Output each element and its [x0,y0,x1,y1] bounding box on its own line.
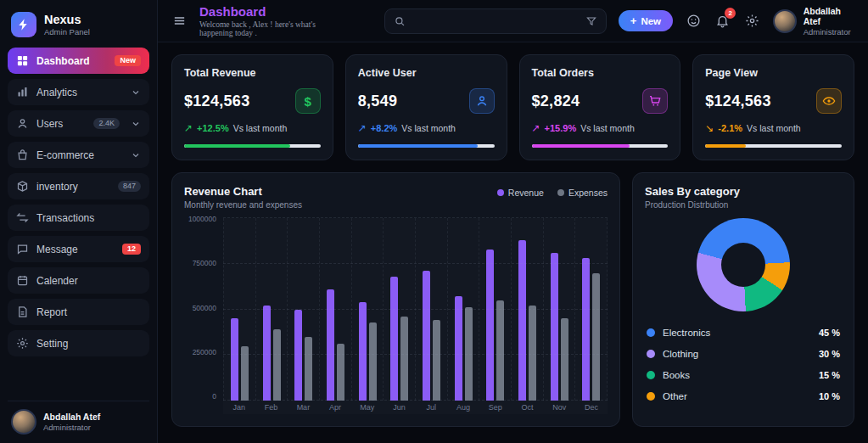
bar-expenses [496,300,504,401]
x-axis-label: Apr [319,403,351,412]
category-label: Electronics [663,328,710,338]
category-row-electronics: Electronics45 % [645,322,842,343]
bar-group-feb [255,218,288,401]
stat-card: Total Orders$2,824↗+15.9%Vs last month [519,54,681,160]
sidebar-item-inventory[interactable]: inventory847 [8,173,149,199]
bar-expenses [305,337,312,401]
stat-card: Active User8,549↗+8.2%Vs last month [345,54,507,160]
category-value: 15 % [819,370,840,380]
progress-fill [532,144,630,148]
sidebar-item-label: Setting [36,338,141,350]
stat-delta-row: ↗+15.9%Vs last month [532,123,669,133]
x-axis-label: Aug [447,403,479,412]
donut-wrap [645,218,842,311]
eye-icon [816,88,842,114]
sidebar-item-label: Report [36,306,141,318]
sidebar-item-report[interactable]: Report [8,299,149,325]
sidebar-item-label: E-commerce [36,149,120,161]
legend-label: Revenue [508,188,544,198]
stat-delta: +15.9% [545,123,577,133]
category-value: 30 % [819,349,840,359]
bar-group-dec [574,218,608,401]
bar-group-may [351,218,384,401]
bar-group-jul [415,218,447,401]
user-name: Abdallah Atef [43,412,100,422]
stat-note: Vs last month [233,123,288,133]
legend-item-expenses: Expenses [557,188,608,198]
search-input[interactable] [412,15,578,27]
stat-value: 8,549 [358,93,398,110]
app-root: Nexus Admin Panel DashboardNewAnalyticsU… [0,0,868,443]
filter-icon[interactable] [585,15,597,27]
donut-chart [697,218,790,311]
analytics-icon [16,86,29,98]
sidebar-item-analytics[interactable]: Analytics [8,79,149,105]
stat-delta: -2.1% [718,123,742,133]
sidebar-item-calender[interactable]: Calender [8,267,149,294]
bell-icon[interactable]: 2 [714,12,732,31]
sidebar-item-users[interactable]: Users2.4K [8,110,149,137]
trend-up-icon: ↗ [358,123,367,133]
sidebar-item-label: Calender [36,275,141,287]
gridline [223,309,608,310]
title-block: Dashboard Welcome back , Alex ! here's w… [199,4,350,37]
x-axis-label: Jan [223,403,255,412]
category-dot [647,371,655,379]
plus-icon: + [630,15,637,26]
bar-revenue [423,271,430,401]
bar-group-sep [479,218,511,401]
sidebar-item-transactions[interactable]: Transactions [8,205,149,231]
bar-revenue [359,302,367,401]
y-axis: 10000007500005000002500000 [184,218,223,414]
gear-icon[interactable] [743,12,761,31]
message-icon [16,243,29,255]
emoji-icon[interactable] [685,12,703,31]
category-label: Clothing [663,349,698,359]
stat-note: Vs last month [580,123,635,133]
bar-chart: 10000007500005000002500000 JanFebMarAprM… [184,218,608,414]
sidebar-item-message[interactable]: Message12 [8,236,149,262]
sidebar-item-label: Transactions [36,212,141,224]
app-name: Nexus [44,13,90,26]
header-user[interactable]: Abdallah Atef Administrator [773,6,854,36]
progress-track [358,144,495,148]
page-subtitle: Welcome back , Alex ! here's what's happ… [199,20,350,37]
badge: 2.4K [93,118,120,129]
dollar-icon: $ [295,88,321,114]
stat-note: Vs last month [401,123,456,133]
report-icon [16,306,29,318]
stat-note: Vs last month [747,123,801,133]
revenue-chart-title: Revenue Chart [184,185,302,198]
x-axis-label: Nov [544,403,576,412]
progress-fill [358,144,478,148]
sidebar-item-label: Analytics [36,87,120,98]
ecommerce-bag-icon [16,149,29,161]
cart-icon [642,88,668,114]
bar-group-nov [543,218,575,401]
logo-text: Nexus Admin Panel [44,13,90,36]
revenue-chart-subtitle: Monthly revenue and expenses [184,200,302,210]
bar-revenue [551,253,558,401]
sidebar-item-e-commerce[interactable]: E-commerce [8,142,149,168]
bar-expenses [273,329,281,401]
legend-label: Expenses [568,188,608,198]
stat-value: $124,563 [705,93,770,110]
y-tick-label: 500000 [193,304,216,312]
stat-card: Total Revenue$124,563$↗+12.5%Vs last mon… [171,54,333,160]
search-box [384,8,606,34]
gridline [223,400,608,401]
sidebar-item-setting[interactable]: Setting [8,330,149,356]
trend-down-icon: ↘ [705,123,714,133]
new-button[interactable]: + New [619,10,673,31]
stat-title: Active User [358,67,495,79]
sidebar-nav: DashboardNewAnalyticsUsers2.4KE-commerce… [8,48,149,356]
progress-track [532,144,669,148]
bar-group-jan [223,218,255,401]
sidebar-item-dashboard[interactable]: DashboardNew [8,48,149,74]
category-dot [647,328,655,337]
menu-icon[interactable] [171,12,188,31]
stat-value: $2,824 [532,93,580,110]
legend-dot [497,189,504,196]
transactions-icon [16,211,29,224]
sidebar-user[interactable]: Abdallah Atef Administrator [8,401,149,436]
